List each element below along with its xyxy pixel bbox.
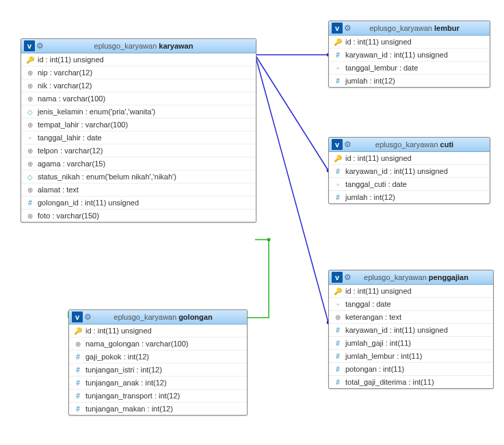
column-row[interactable]: ⊕nama : varchar(100) [21,92,256,105]
svg-line-1 [255,55,328,170]
column-row[interactable]: ◇status_nikah : enum('belum nikah','nika… [21,170,256,183]
diagram-canvas: v ⚙ eplusgo_karyawan karyawan 🔑id : int(… [0,0,504,445]
table-title: eplusgo_karyawan karyawan [47,42,253,50]
date-icon: ▫ [25,134,35,142]
column-row[interactable]: ▫tanggal_lembur : date [329,61,490,74]
key-icon: 🔑 [333,38,343,46]
table-title: eplusgo_karyawan golongan [94,313,244,321]
date-icon: ▫ [333,181,343,188]
diamond-icon: ◇ [25,173,35,181]
hash-icon: # [73,392,83,400]
table-header[interactable]: v ⚙ eplusgo_karyawan penggajian [329,270,493,285]
column-row[interactable]: 🔑id : int(11) unsigned [69,325,247,337]
column-label: id : int(11) unsigned [85,327,152,335]
key-icon: 🔑 [333,288,343,295]
column-list: 🔑id : int(11) unsigned▫tanggal : date⊕ke… [329,285,493,388]
column-label: tunjangan_istri : int(12) [85,366,162,374]
v-icon: v [332,23,343,34]
column-row[interactable]: ⊕nama_golongan : varchar(100) [69,337,247,350]
column-row[interactable]: #golongan_id : int(11) unsigned [21,196,256,209]
text-icon: ⊕ [73,340,83,348]
column-row[interactable]: #total_gaji_diterima : int(11) [329,375,493,388]
text-icon: ⊕ [25,212,35,220]
column-label: nik : varchar(12) [38,81,92,90]
column-label: tunjangan_anak : int(12) [85,379,167,387]
table-header[interactable]: v ⚙ eplusgo_karyawan lembur [329,21,490,36]
svg-point-6 [267,238,271,242]
column-row[interactable]: #jumlah_lembur : int(11) [329,349,493,362]
column-row[interactable]: #tunjangan_makan : int(12) [69,402,247,415]
column-row[interactable]: ⊕tempat_lahir : varchar(100) [21,118,256,131]
column-row[interactable]: ⊕telpon : varchar(12) [21,144,256,157]
column-label: foto : varchar(150) [38,212,99,220]
column-row[interactable]: #karyawan_id : int(11) unsigned [329,48,490,61]
hash-icon: # [333,51,343,59]
key-icon: 🔑 [25,56,35,64]
column-row[interactable]: 🔑id : int(11) unsigned [329,285,493,297]
table-header[interactable]: v ⚙ eplusgo_karyawan karyawan [21,39,256,53]
diamond-icon: ◇ [25,108,35,116]
column-label: jenis_kelamin : enum('pria','wanita') [38,107,155,116]
text-icon: ⊕ [25,82,35,90]
column-row[interactable]: ▫tanggal : date [329,297,493,310]
column-row[interactable]: ⊕keterangan : text [329,310,493,323]
column-row[interactable]: #tunjangan_istri : int(12) [69,363,247,376]
key-icon: 🔑 [73,327,83,335]
table-header[interactable]: v ⚙ eplusgo_karyawan golongan [69,310,247,325]
column-row[interactable]: #gaji_pokok : int(12) [69,350,247,363]
table-penggajian[interactable]: v ⚙ eplusgo_karyawan penggajian 🔑id : in… [328,270,494,389]
column-label: karyawan_id : int(11) unsigned [345,167,448,175]
column-row[interactable]: ▫tanggal_cuti : date [329,177,490,190]
column-label: id : int(11) unsigned [38,55,104,64]
gear-icon[interactable]: ⚙ [84,312,92,322]
column-label: tanggal_lembur : date [345,64,418,72]
table-karyawan[interactable]: v ⚙ eplusgo_karyawan karyawan 🔑id : int(… [21,38,256,222]
table-title: eplusgo_karyawan lembur [354,24,487,32]
column-row[interactable]: 🔑id : int(11) unsigned [329,36,490,48]
column-row[interactable]: ▫tanggal_lahir : date [21,131,256,144]
column-row[interactable]: ⊕agama : varchar(15) [21,157,256,170]
key-icon: 🔑 [333,155,343,162]
column-row[interactable]: #potongan : int(11) [329,362,493,375]
column-label: agama : varchar(15) [38,160,105,168]
v-icon: v [24,40,35,51]
column-label: id : int(11) unsigned [345,287,412,295]
v-icon: v [332,272,343,283]
column-label: jumlah_lembur : int(11) [345,352,423,360]
column-row[interactable]: ⊕alamat : text [21,183,256,196]
text-icon: ⊕ [25,160,35,168]
table-cuti[interactable]: v ⚙ eplusgo_karyawan cuti 🔑id : int(11) … [328,137,490,204]
column-row[interactable]: #tunjangan_anak : int(12) [69,376,247,389]
date-icon: ▫ [333,301,343,308]
table-header[interactable]: v ⚙ eplusgo_karyawan cuti [329,138,490,152]
column-row[interactable]: #jumlah : int(12) [329,190,490,203]
column-row[interactable]: ⊕nik : varchar(12) [21,79,256,92]
column-row[interactable]: 🔑id : int(11) unsigned [21,53,256,66]
column-row[interactable]: #jumlah : int(12) [329,74,490,87]
column-label: potongan : int(11) [345,365,404,373]
column-row[interactable]: #karyawan_id : int(11) unsigned [329,323,493,336]
column-label: gaji_pokok : int(12) [85,353,149,361]
column-row[interactable]: ⊕nip : varchar(12) [21,66,256,79]
text-icon: ⊕ [25,147,35,155]
column-row[interactable]: #karyawan_id : int(11) unsigned [329,164,490,177]
table-lembur[interactable]: v ⚙ eplusgo_karyawan lembur 🔑id : int(11… [328,21,490,88]
hash-icon: # [333,194,343,201]
column-label: nama : varchar(100) [38,94,105,103]
hash-icon: # [333,340,343,347]
hash-icon: # [333,353,343,360]
column-row[interactable]: ◇jenis_kelamin : enum('pria','wanita') [21,105,256,118]
gear-icon[interactable]: ⚙ [344,272,352,282]
gear-icon[interactable]: ⚙ [344,23,352,33]
hash-icon: # [333,366,343,373]
column-row[interactable]: 🔑id : int(11) unsigned [329,152,490,164]
column-row[interactable]: #jumlah_gaji : int(11) [329,336,493,349]
column-list: 🔑id : int(11) unsigned#karyawan_id : int… [329,152,490,203]
gear-icon[interactable]: ⚙ [344,140,352,149]
column-list: 🔑id : int(11) unsigned#karyawan_id : int… [329,36,490,87]
table-golongan[interactable]: v ⚙ eplusgo_karyawan golongan 🔑id : int(… [68,309,248,416]
column-row[interactable]: ⊕foto : varchar(150) [21,209,256,222]
gear-icon[interactable]: ⚙ [36,41,44,51]
column-row[interactable]: #tunjangan_transport : int(12) [69,389,247,402]
column-label: telpon : varchar(12) [38,147,103,155]
